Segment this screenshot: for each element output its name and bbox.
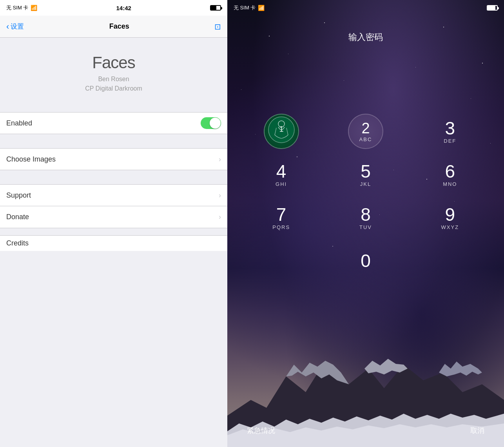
enabled-toggle[interactable] — [201, 117, 221, 129]
credits-label: Credits — [6, 239, 29, 247]
chevron-icon: › — [219, 191, 221, 200]
clock: 14:42 — [116, 5, 131, 11]
num-2-circle: 2 ABC — [348, 114, 383, 149]
num-3-main: 3 — [445, 119, 455, 137]
num-btn-0[interactable]: 0 — [323, 239, 408, 282]
status-bar-left: 无 SIM 卡 📶 14:42 — [0, 0, 227, 16]
num-8-main: 8 — [361, 205, 371, 224]
svg-marker-3 — [439, 362, 482, 376]
num-4-sub: GHI — [276, 181, 287, 187]
enabled-cell: Enabled — [0, 112, 227, 134]
chevron-icon: › — [219, 155, 221, 164]
num-btn-6[interactable]: 6 MNO — [408, 153, 492, 196]
enabled-label: Enabled — [6, 119, 32, 127]
sim-status-right: 无 SIM 卡 — [234, 4, 256, 11]
settings-panel: 无 SIM 卡 📶 14:42 ‹ 设置 Faces ⊡ Faces Ben R… — [0, 0, 227, 447]
nav-title: Faces — [109, 22, 129, 31]
sim-status: 无 SIM 卡 — [6, 4, 28, 11]
svg-text:1: 1 — [279, 125, 283, 133]
num-btn-3[interactable]: 3 DEF — [408, 110, 492, 153]
num-2-main: 2 — [361, 121, 370, 136]
app-author: Ben Rosen CP Digital Darkroom — [0, 74, 227, 93]
num-9-main: 9 — [445, 205, 455, 224]
back-chevron: ‹ — [6, 22, 9, 32]
nav-bar: ‹ 设置 Faces ⊡ — [0, 16, 227, 38]
battery-icon-right — [487, 5, 498, 11]
num-7-main: 7 — [276, 205, 286, 224]
num-6-sub: MNO — [443, 181, 457, 187]
num-8-sub: TUV — [359, 224, 372, 230]
settings-group-images: Choose Images › — [0, 148, 227, 170]
status-bar-right: 无 SIM 卡 📶 — [227, 0, 504, 16]
wifi-icon-right: 📶 — [258, 5, 265, 11]
credits-cell[interactable]: Credits — [0, 235, 227, 251]
choose-images-label: Choose Images — [6, 155, 56, 164]
settings-group-support: Support › Donate › — [0, 184, 227, 228]
num-5-main: 5 — [361, 162, 371, 180]
num-btn-1[interactable]: 1 — [239, 110, 323, 153]
chevron-icon: › — [219, 213, 221, 221]
toggle-knob — [210, 118, 221, 129]
num-btn-7[interactable]: 7 PQRS — [239, 196, 323, 239]
donate-cell[interactable]: Donate › — [0, 206, 227, 228]
num-9-sub: WXYZ — [441, 224, 459, 230]
num-6-main: 6 — [445, 162, 455, 180]
num-4-main: 4 — [276, 162, 286, 180]
wifi-icon: 📶 — [31, 5, 37, 11]
support-label: Support — [6, 191, 31, 200]
support-cell[interactable]: Support › — [0, 184, 227, 206]
emergency-button[interactable]: 紧急情况 — [247, 426, 275, 435]
num-2-sub: ABC — [359, 136, 372, 142]
donate-label: Donate — [6, 213, 29, 221]
numpad: 1 2 ABC 3 DEF 4 GHI 5 JKL — [227, 110, 504, 282]
settings-group-enabled: Enabled — [0, 112, 227, 134]
status-right-left-group: 无 SIM 卡 📶 — [234, 4, 265, 11]
num-btn-2[interactable]: 2 ABC — [323, 110, 408, 153]
num-7-sub: PQRS — [272, 224, 290, 230]
lock-screen: 无 SIM 卡 📶 输入密码 1 — [227, 0, 504, 447]
choose-images-cell[interactable]: Choose Images › — [0, 148, 227, 170]
num-btn-9[interactable]: 9 WXYZ — [408, 196, 492, 239]
starbucks-circle: 1 — [264, 114, 299, 149]
num-empty-left — [239, 239, 323, 282]
battery-icon — [210, 5, 221, 11]
num-btn-8[interactable]: 8 TUV — [323, 196, 408, 239]
num-0-main: 0 — [361, 252, 371, 270]
app-title: Faces — [0, 53, 227, 72]
passcode-prompt: 输入密码 — [227, 31, 504, 43]
num-5-sub: JKL — [360, 181, 371, 187]
num-3-sub: DEF — [444, 138, 456, 144]
back-label: 设置 — [11, 22, 24, 31]
back-button[interactable]: ‹ 设置 — [6, 22, 24, 32]
bottom-actions: 紧急情况 取消 — [227, 426, 504, 435]
num-btn-4[interactable]: 4 GHI — [239, 153, 323, 196]
cancel-button[interactable]: 取消 — [470, 426, 484, 435]
num-btn-5[interactable]: 5 JKL — [323, 153, 408, 196]
edit-icon[interactable]: ⊡ — [214, 22, 221, 31]
app-header: Faces Ben Rosen CP Digital Darkroom — [0, 38, 227, 105]
num-empty-right — [408, 239, 492, 282]
